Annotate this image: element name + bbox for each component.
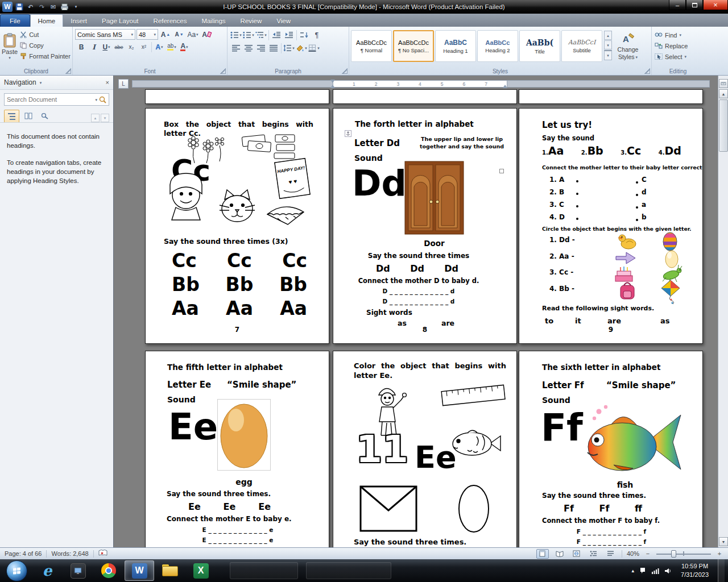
word-count[interactable]: Words: 2,648 [51,550,88,557]
line-spacing-button[interactable]: ▾ [283,43,295,53]
paragraph-dialog-launcher[interactable] [342,68,348,74]
zoom-slider-thumb[interactable] [671,550,676,558]
borders-button[interactable]: ▾ [308,43,320,53]
bold-button[interactable]: B [75,41,88,52]
start-button[interactable] [2,560,31,581]
style-heading2[interactable]: AaBbCcHeading 2 [477,30,518,62]
taskbar-explorer-button[interactable] [155,560,185,581]
page-10[interactable]: The fifth letter in alphabet Letter Ee “… [145,351,329,547]
view-ruler-toggle[interactable] [719,79,728,88]
navigation-pane-close-icon[interactable]: × [106,79,109,86]
browse-results-tab[interactable] [37,110,52,122]
page-edge[interactable] [333,89,517,104]
align-center-button[interactable] [242,43,255,53]
align-right-button[interactable] [255,43,267,53]
zoom-out-button[interactable]: − [644,550,652,558]
word-app-icon[interactable]: W [2,2,13,12]
customize-quick-access-icon[interactable]: ▾ [71,2,81,11]
clipboard-dialog-launcher[interactable] [65,68,71,74]
background-window-button[interactable] [230,562,298,579]
previous-result-button[interactable]: ▴ [91,114,100,122]
taskbar-chrome-button[interactable] [94,560,123,581]
browse-headings-tab[interactable] [4,110,19,122]
sort-button[interactable] [298,30,311,40]
highlight-button[interactable]: ab▾ [166,41,178,52]
shading-button[interactable]: ▾ [295,43,308,53]
search-input[interactable] [7,96,93,103]
shrink-font-button[interactable]: A▼ [173,29,185,40]
styles-scroll-down-button[interactable]: ▾ [604,40,612,49]
network-icon[interactable] [651,567,659,574]
styles-dialog-launcher[interactable] [644,68,650,74]
style-normal[interactable]: AaBbCcDc¶ Normal [351,30,392,62]
select-button[interactable]: Select ▾ [653,51,703,62]
email-icon[interactable]: ✉ [48,2,58,11]
decrease-indent-button[interactable] [270,30,283,40]
numbering-button[interactable]: ▾ [242,30,255,40]
tab-insert[interactable]: Insert [63,15,94,27]
increase-indent-button[interactable] [283,30,295,40]
tab-review[interactable]: Review [233,15,270,27]
style-subtitle[interactable]: AaBbCcISubtitle [561,30,602,62]
redo-icon[interactable]: ↷ [37,2,47,11]
browse-pages-tab[interactable] [20,110,36,122]
zoom-in-button[interactable]: + [715,550,723,558]
vertical-scrollbar[interactable]: ▲ ▼ [718,76,728,547]
quick-print-icon[interactable] [60,2,69,11]
scroll-thumb[interactable] [719,99,728,152]
tab-references[interactable]: References [146,15,195,27]
close-button[interactable]: × [703,0,728,10]
underline-button[interactable]: U▾ [100,41,113,52]
fullscreen-reading-view-button[interactable] [553,549,566,559]
italic-button[interactable]: I [88,41,100,52]
egg-image-frame[interactable] [217,399,271,471]
cut-button[interactable]: Cut [18,29,72,40]
page-9[interactable]: Let us try! Say the sound 1.Aa 2.Bb 3.Cc… [519,108,703,344]
minimize-button[interactable]: – [669,0,686,10]
taskbar-word-button[interactable]: W [125,560,154,581]
find-button[interactable]: Find ▾ [653,30,703,40]
justify-button[interactable] [267,43,280,53]
text-effects-button[interactable]: A▾ [153,41,166,52]
proofing-status-icon[interactable] [98,550,107,558]
zoom-slider[interactable] [656,550,711,558]
taskbar-clock[interactable]: 10:59 PM 7/31/2023 [676,562,713,579]
action-center-icon[interactable] [639,567,647,574]
undo-icon[interactable]: ↶ [26,2,35,11]
page-edge[interactable] [519,89,703,104]
styles-scroll-up-button[interactable]: ▴ [604,31,612,40]
search-icon[interactable] [99,96,106,103]
align-left-button[interactable] [230,43,242,53]
taskbar-ie-button[interactable]: e [32,560,62,581]
tab-view[interactable]: View [269,15,298,27]
search-options-caret-icon[interactable]: ▾ [95,98,97,102]
selection-handle[interactable] [499,169,504,173]
zoom-level[interactable]: 40% [627,550,639,557]
tab-file[interactable]: File [0,14,30,27]
format-painter-button[interactable]: Format Painter [18,51,72,61]
font-dialog-launcher[interactable] [220,68,226,74]
first-line-indent-marker[interactable] [330,80,335,83]
clear-formatting-button[interactable]: A [200,29,213,40]
strikethrough-button[interactable]: abe [113,41,125,52]
replace-button[interactable]: Replace [653,40,703,51]
show-hidden-icons-button[interactable]: ▴ [632,568,635,573]
hanging-indent-marker[interactable] [330,85,335,88]
outline-view-button[interactable] [588,549,600,559]
page-11[interactable]: Color the object that begins with letter… [333,351,517,547]
tab-stop-selector[interactable]: L [118,79,129,89]
subscript-button[interactable]: x₂ [125,41,138,52]
font-size-select[interactable]: 48 ▾ [136,29,158,40]
background-window-button[interactable] [306,562,391,579]
scroll-down-button[interactable]: ▼ [719,537,728,546]
font-family-select[interactable]: Comic Sans MS ▾ [75,29,135,40]
grow-font-button[interactable]: A▲ [159,29,172,40]
draft-view-button[interactable] [605,549,617,559]
styles-more-button[interactable]: ▾ [604,50,612,60]
next-result-button[interactable]: ▾ [101,114,109,122]
page-indicator[interactable]: Page: 4 of 66 [5,550,42,557]
right-indent-marker[interactable] [503,85,507,88]
show-desktop-button[interactable] [718,559,725,582]
tab-mailings[interactable]: Mailings [194,15,233,27]
scroll-up-button[interactable]: ▲ [719,89,728,98]
